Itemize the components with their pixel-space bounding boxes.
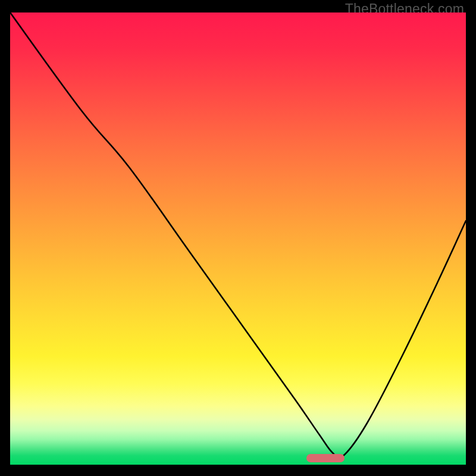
chart-frame: TheBottleneck.com [10,1,466,465]
bottleneck-curve [10,12,466,465]
optimum-marker [306,454,345,462]
plot-area [10,12,466,465]
